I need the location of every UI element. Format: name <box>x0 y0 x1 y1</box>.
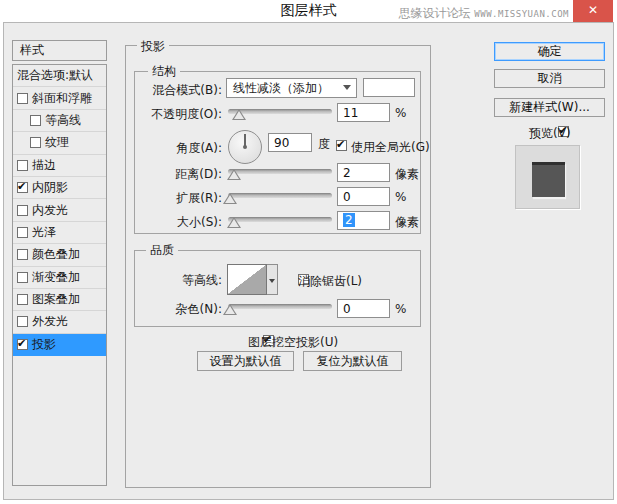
drop-shadow-checkbox[interactable] <box>17 339 28 350</box>
use-global-light-checkbox[interactable] <box>336 140 347 151</box>
spread-input[interactable] <box>337 187 390 206</box>
size-input[interactable]: 2 <box>337 211 390 230</box>
angle-unit: 度 <box>318 136 330 153</box>
watermark-url: www.missyuan.com <box>474 9 569 19</box>
size-slider-track[interactable] <box>228 217 332 222</box>
opacity-unit: % <box>395 106 406 120</box>
angle-input[interactable] <box>268 133 312 152</box>
set-default-button[interactable]: 设置为默认值 <box>197 351 294 371</box>
stroke-checkbox[interactable] <box>17 160 28 171</box>
distance-label: 距离(D): <box>104 166 222 183</box>
anti-alias-label: 消除锯齿(L) <box>298 273 362 290</box>
size-slider[interactable] <box>228 213 332 229</box>
close-icon: ✕ <box>588 3 598 17</box>
inner-shadow-checkbox[interactable] <box>17 182 28 193</box>
sidebar-item-drop-shadow[interactable]: 投影 <box>13 334 106 356</box>
sidebar-item-bevel-emboss[interactable]: 斜面和浮雕 <box>13 87 106 109</box>
sidebar-item-texture[interactable]: 纹理 <box>13 132 106 154</box>
size-unit: 像素 <box>395 214 419 231</box>
sidebar-item-satin[interactable]: 光泽 <box>13 222 106 244</box>
contour-checkbox[interactable] <box>30 115 41 126</box>
noise-slider-track[interactable] <box>228 304 332 309</box>
gradient-overlay-checkbox[interactable] <box>17 272 28 283</box>
spread-slider-thumb[interactable] <box>223 193 237 204</box>
opacity-slider[interactable] <box>228 105 332 121</box>
size-label: 大小(S): <box>104 214 222 231</box>
blend-mode-label: 混合模式(B): <box>104 82 222 99</box>
noise-slider[interactable] <box>228 300 332 316</box>
opacity-slider-thumb[interactable] <box>232 109 246 120</box>
noise-label: 杂色(N): <box>104 301 222 318</box>
texture-checkbox[interactable] <box>30 137 41 148</box>
sidebar-item-inner-glow[interactable]: 内发光 <box>13 199 106 221</box>
noise-slider-thumb[interactable] <box>223 304 237 315</box>
sidebar-item-stroke[interactable]: 描边 <box>13 155 106 177</box>
spread-label: 扩展(R): <box>104 190 222 207</box>
spread-slider[interactable] <box>228 189 332 205</box>
use-global-light-label: 使用全局光(G) <box>351 139 430 156</box>
sidebar-item-blending-options[interactable]: 混合选项:默认 <box>13 65 106 87</box>
sidebar-item-color-overlay[interactable]: 颜色叠加 <box>13 244 106 266</box>
distance-slider[interactable] <box>228 165 332 181</box>
preview-label: 预览(V) <box>529 125 571 142</box>
angle-dial[interactable] <box>228 130 262 164</box>
ok-button[interactable]: 确定 <box>494 42 605 61</box>
contour-label: 等高线: <box>104 272 222 289</box>
preview-thumbnail <box>515 145 580 209</box>
sidebar-item-pattern-overlay[interactable]: 图案叠加 <box>13 289 106 311</box>
cancel-button[interactable]: 取消 <box>494 69 605 88</box>
reset-default-button[interactable]: 复位为默认值 <box>303 351 402 371</box>
layer-knockout-label: 图层挖空投影(U) <box>248 334 338 351</box>
sidebar-item-contour[interactable]: 等高线 <box>13 110 106 132</box>
shadow-color-swatch[interactable] <box>363 78 415 97</box>
structure-group-title: 结构 <box>148 64 180 78</box>
size-slider-thumb[interactable] <box>227 217 241 228</box>
angle-label: 角度(A): <box>104 140 222 157</box>
noise-unit: % <box>395 302 406 316</box>
color-overlay-checkbox[interactable] <box>17 249 28 260</box>
watermark: 思缘设计论坛 www.missyuan.com <box>398 5 569 22</box>
styles-list: 混合选项:默认 斜面和浮雕 等高线 纹理 描边 内阴影 内发光 光泽 <box>12 64 107 486</box>
sidebar-item-gradient-overlay[interactable]: 渐变叠加 <box>13 267 106 289</box>
sidebar-item-inner-shadow[interactable]: 内阴影 <box>13 177 106 199</box>
pattern-overlay-checkbox[interactable] <box>17 294 28 305</box>
preview-shape <box>532 162 565 197</box>
chevron-down-icon <box>343 85 351 90</box>
blend-mode-select[interactable]: 线性减淡（添加） <box>226 78 357 98</box>
outer-glow-checkbox[interactable] <box>17 316 28 327</box>
noise-input[interactable] <box>337 299 390 318</box>
opacity-label: 不透明度(O): <box>104 106 222 123</box>
distance-input[interactable] <box>337 163 390 182</box>
distance-slider-thumb[interactable] <box>227 169 241 180</box>
drop-shadow-group-title: 投影 <box>137 39 169 53</box>
distance-slider-track[interactable] <box>228 169 332 174</box>
angle-hub <box>243 145 247 149</box>
bevel-emboss-checkbox[interactable] <box>17 93 28 104</box>
styles-header: 样式 <box>12 40 107 61</box>
quality-group-title: 品质 <box>146 243 178 257</box>
title-bar: 图层样式 思缘设计论坛 www.missyuan.com <box>0 0 617 22</box>
distance-unit: 像素 <box>395 166 419 183</box>
watermark-site: 思缘设计论坛 <box>398 6 470 20</box>
contour-picker[interactable] <box>227 264 267 295</box>
new-style-button[interactable]: 新建样式(W)... <box>494 98 605 117</box>
size-selected-text: 2 <box>343 213 355 227</box>
sidebar-item-outer-glow[interactable]: 外发光 <box>13 311 106 333</box>
layer-style-dialog: 图层样式 思缘设计论坛 www.missyuan.com ✕ 样式 混合选项:默… <box>0 0 617 504</box>
spread-slider-track[interactable] <box>228 193 332 198</box>
contour-picker-arrow[interactable] <box>267 264 278 295</box>
satin-checkbox[interactable] <box>17 227 28 238</box>
spread-unit: % <box>395 190 406 204</box>
close-button[interactable]: ✕ <box>573 0 613 22</box>
inner-glow-checkbox[interactable] <box>17 205 28 216</box>
opacity-input[interactable] <box>337 103 390 122</box>
